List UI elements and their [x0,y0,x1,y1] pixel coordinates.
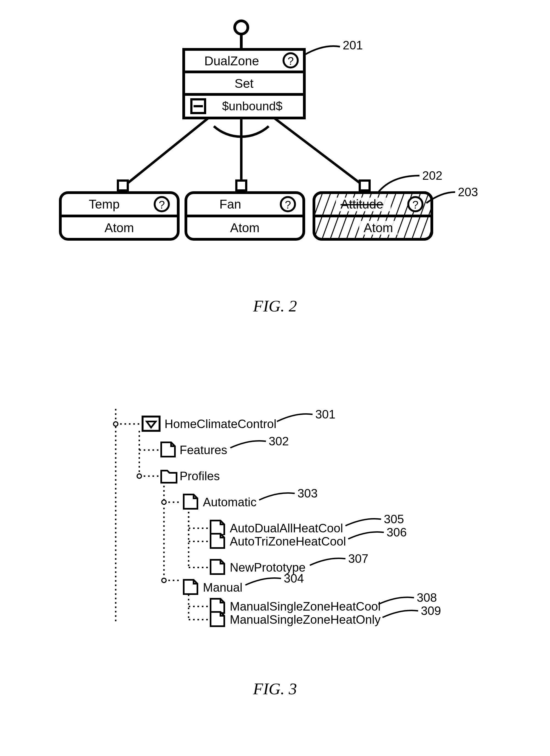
callout-302: 302 [269,434,289,448]
leader-line [304,46,340,55]
tree-man1: ManualSingleZoneHeatCool 308 [211,591,437,613]
callout-303: 303 [297,487,317,500]
root-node: DualZone ? Set $unbound$ [184,49,304,118]
tree-dot-icon [114,422,118,426]
svg-point-2 [235,21,248,34]
figure-2: DualZone ? Set $unbound$ 201 Temp [60,21,478,315]
tree-label: Profiles [180,469,220,483]
leaf-fan: Fan ? Atom [186,193,304,239]
tree-dot-icon [137,474,142,478]
svg-line-8 [123,118,209,187]
tree-label: AutoDualAllHeatCool [230,521,343,535]
tree-label: Manual [203,581,243,594]
callout-308: 308 [417,591,437,604]
svg-text:?: ? [159,199,165,211]
root-title: DualZone [204,54,259,68]
callout-304: 304 [284,572,304,585]
file-icon [211,560,224,574]
tree-label: AutoTriZoneHeatCool [230,535,346,548]
leader-line [378,176,419,192]
file-icon [161,442,175,457]
tree-dot-icon [162,578,166,583]
connector-icon [118,181,128,190]
file-icon [211,534,224,548]
file-icon [184,580,198,594]
root-row2: Set [235,76,253,91]
tree-root: HomeClimateControl 301 [143,407,335,431]
leaf-title: Fan [219,197,241,211]
tree-label: ManualSingleZoneHeatCool [230,600,380,613]
leaf-title: Temp [89,197,120,211]
figure-2-caption: FIG. 2 [253,297,297,315]
callout-202: 202 [422,169,442,182]
tree-label: HomeClimateControl [165,417,276,431]
leaf-subtitle: Atom [230,221,260,235]
file-icon [211,599,224,613]
leaf-title: Attitude [340,197,383,211]
tree-label: Features [180,443,227,457]
leaf-subtitle: Atom [105,221,134,235]
file-icon [184,494,198,509]
file-icon [211,612,224,626]
callout-306: 306 [386,525,407,539]
callout-201: 201 [343,38,363,52]
file-icon [211,521,224,535]
tree-automatic: Automatic 303 [184,487,317,509]
callout-305: 305 [384,512,404,526]
leaf-attitude: Attitude ? Atom [314,193,432,239]
figure-3: HomeClimateControl 301 Features 302 Prof… [114,407,441,698]
leaf-temp: Temp ? Atom [60,193,178,239]
svg-text:?: ? [287,55,293,67]
svg-text:?: ? [285,199,291,211]
callout-203: 203 [458,185,478,199]
tree-label: ManualSingleZoneHeatOnly [230,613,380,626]
tree-label: Automatic [203,495,257,509]
svg-line-10 [274,118,365,187]
tree-dot-icon [162,500,166,504]
folder-icon [161,471,177,483]
svg-text:?: ? [412,199,418,211]
root-row3: $unbound$ [222,99,282,113]
leaf-subtitle: Atom [363,221,393,235]
connector-icon [236,181,246,190]
callout-309: 309 [421,604,441,617]
tree-profiles: Profiles [161,469,220,483]
tree-features: Features 302 [161,434,289,457]
figure-3-caption: FIG. 3 [253,680,297,698]
callout-301: 301 [315,407,335,421]
connector-icon [360,181,369,190]
callout-307: 307 [348,552,368,565]
